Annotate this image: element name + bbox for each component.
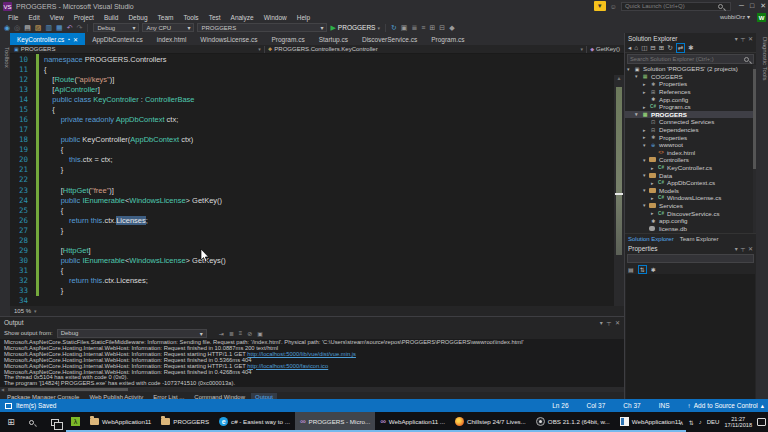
taskbar-search-button[interactable] bbox=[22, 412, 44, 432]
feedback-icon[interactable]: ▼ bbox=[594, 1, 606, 11]
taskbar-app-webapplication11[interactable]: WebApplication11 bbox=[85, 412, 156, 432]
taskbar-clock[interactable]: 21:2717/11/2018 bbox=[724, 416, 752, 428]
scrollbar-thumb[interactable] bbox=[616, 87, 622, 255]
collapse-all-icon[interactable]: ⊟ bbox=[650, 44, 655, 52]
menu-debug[interactable]: Debug bbox=[123, 14, 152, 21]
go-to-previous-message-icon[interactable]: ≡ bbox=[239, 330, 243, 337]
close-icon[interactable]: ✕ bbox=[73, 36, 78, 43]
tree-item-properties[interactable]: ▸Properties bbox=[625, 133, 756, 141]
taskbar-app-proggers-micro[interactable]: ∞PROGGERS - Micro... bbox=[295, 412, 375, 432]
tab-appdbcontext-cs[interactable]: AppDbContext.cs bbox=[85, 33, 150, 45]
chevron-down-icon[interactable]: ▾ bbox=[581, 46, 584, 52]
maximize-button[interactable]: □ bbox=[750, 2, 754, 10]
start-button[interactable]: ⊞ bbox=[0, 412, 22, 432]
navigate-back-icon[interactable]: ◉ bbox=[4, 24, 10, 32]
tree-item-windowslicense-cs[interactable]: ▸WindowsLicense.cs bbox=[625, 194, 756, 202]
build-icon[interactable]: ▣ bbox=[401, 24, 408, 32]
tree-item-references[interactable]: ▸References bbox=[625, 88, 756, 96]
tab-program-cs[interactable]: Program.cs bbox=[264, 33, 311, 45]
save-icon[interactable]: ▥ bbox=[45, 24, 52, 32]
scrollbar-thumb[interactable] bbox=[8, 388, 128, 391]
breadcrumb-type[interactable]: ❖ PROGGERS.Controllers.KeyController bbox=[268, 46, 378, 52]
tree-item-license-db[interactable]: license.db bbox=[625, 224, 756, 232]
output-link[interactable]: http://localhost:5000/favicon.ico bbox=[247, 363, 328, 369]
back-icon[interactable]: ◂ bbox=[628, 44, 631, 52]
undo-icon[interactable]: ↶ bbox=[67, 24, 73, 32]
menu-window[interactable]: Window bbox=[259, 14, 292, 21]
word-wrap-icon[interactable]: ▣ bbox=[257, 330, 263, 337]
property-pages-icon[interactable]: ✱ bbox=[651, 266, 656, 273]
action-center-icon[interactable] bbox=[757, 418, 766, 426]
search-input[interactable] bbox=[628, 56, 744, 62]
startup-project-select[interactable]: PROGGERS▾ bbox=[197, 23, 327, 32]
solution-platform-select[interactable]: Any CPU▾ bbox=[142, 23, 194, 32]
menu-help[interactable]: Help bbox=[292, 14, 315, 21]
go-to-next-message-icon[interactable]: ≣ bbox=[229, 330, 234, 337]
save-all-icon[interactable]: ▦ bbox=[56, 24, 63, 32]
taskbar-app-webapplication11[interactable]: WebApplication11 bbox=[615, 412, 686, 432]
scroll-up-icon[interactable]: ▲ bbox=[614, 75, 624, 81]
tab-discoverservice-cs[interactable]: DiscoverService.cs bbox=[355, 33, 424, 45]
alphabetical-icon[interactable]: ⇅ bbox=[638, 265, 647, 274]
keyboard-language[interactable]: DEU bbox=[707, 419, 720, 425]
add-to-source-control-button[interactable]: ↑ Add to Source Control ▴ bbox=[688, 402, 764, 410]
sync-with-active-document-icon[interactable]: ⇄ bbox=[676, 43, 685, 53]
bookmark-icon[interactable]: ◆ bbox=[449, 24, 454, 32]
tree-item-app-config[interactable]: app.config bbox=[625, 217, 756, 225]
tree-item-controllers[interactable]: ▾Controllers bbox=[625, 156, 756, 164]
minimize-button[interactable]: ─ bbox=[739, 2, 744, 10]
volume-icon[interactable]: ♪ bbox=[699, 419, 702, 425]
menu-team[interactable]: Team bbox=[153, 14, 179, 21]
close-icon[interactable]: ✕ bbox=[615, 319, 620, 326]
tree-item-wwwroot[interactable]: ▾wwwroot bbox=[625, 141, 756, 149]
restart-icon[interactable]: ↻ bbox=[391, 24, 397, 32]
output-horizontal-scrollbar[interactable]: ◀ bbox=[0, 387, 624, 392]
indent-icon[interactable]: ⊞ bbox=[429, 24, 435, 32]
new-file-icon[interactable]: ▤ bbox=[24, 24, 31, 32]
close-icon[interactable]: ✕ bbox=[748, 35, 753, 42]
tab-startup-cs[interactable]: Startup.cs bbox=[312, 33, 355, 45]
code-editor[interactable]: 10namespace PROGGERS.Controllers11{12 [R… bbox=[10, 54, 624, 306]
home-icon[interactable]: ⌂ bbox=[634, 44, 638, 51]
find-message-icon[interactable]: ⇥ bbox=[219, 330, 224, 337]
taskbar-app-webapplication11[interactable]: ∞WebApplication11 ... bbox=[375, 412, 450, 432]
tree-item-program-cs[interactable]: ▸Program.cs bbox=[625, 103, 756, 111]
tree-item-proggers[interactable]: ▾PROGGERS bbox=[625, 111, 756, 119]
signed-in-user[interactable]: wubbiOrz ▾ bbox=[720, 13, 750, 20]
menu-edit[interactable]: Edit bbox=[23, 14, 44, 21]
menu-analyze[interactable]: Analyze bbox=[226, 14, 259, 21]
pin-icon[interactable]: ┬ bbox=[607, 319, 611, 326]
switch-views-icon[interactable]: ◫ bbox=[641, 44, 647, 52]
output-console[interactable]: Microsoft.AspNetCore.StaticFiles.StaticF… bbox=[0, 339, 624, 387]
menu-project[interactable]: Project bbox=[69, 14, 99, 21]
pin-icon[interactable]: ┬ bbox=[741, 35, 745, 42]
diagnostic-tools-tab[interactable]: Diagnostic Tools bbox=[756, 33, 768, 399]
tree-item-appdbcontext-cs[interactable]: ▸AppDbContext.cs bbox=[625, 179, 756, 187]
tree-item-discoverservice-cs[interactable]: ▸DiscoverService.cs bbox=[625, 209, 756, 217]
user-avatar[interactable]: W bbox=[757, 13, 766, 22]
chevron-down-icon[interactable]: ▾ bbox=[34, 308, 37, 314]
tree-item-models[interactable]: ▾Models bbox=[625, 187, 756, 195]
tree-item-dependencies[interactable]: ▸Dependencies bbox=[625, 126, 756, 134]
close-icon[interactable]: ✕ bbox=[748, 245, 753, 252]
uncomment-icon[interactable]: ≡ bbox=[421, 24, 425, 32]
menu-file[interactable]: File bbox=[3, 14, 23, 21]
taskbar-app-obs-21-1-2-64bit-w[interactable]: OBS 21.1.2 (64bit, w... bbox=[531, 412, 615, 432]
start-debugging-button[interactable]: ▶ PROGGERS ▾ bbox=[330, 24, 379, 32]
toolbox-tab[interactable]: Toolbox bbox=[0, 33, 10, 316]
navigate-forward-icon[interactable]: ◎ bbox=[14, 24, 20, 32]
tree-item-index-html[interactable]: index.html bbox=[625, 149, 756, 157]
tree-item-properties[interactable]: ▸Properties bbox=[625, 80, 756, 88]
menu-build[interactable]: Build bbox=[99, 14, 123, 21]
taskbar-app-proggers[interactable]: PROGGERS bbox=[156, 412, 214, 432]
categorized-icon[interactable]: ▤ bbox=[628, 266, 634, 273]
tree-item-keycontroller-cs[interactable]: ▸KeyController.cs bbox=[625, 164, 756, 172]
send-feedback-smiley-icon[interactable]: ☺ bbox=[610, 3, 617, 10]
window-position-icon[interactable]: ▾ bbox=[735, 245, 738, 252]
menu-view[interactable]: View bbox=[45, 14, 69, 21]
output-source-select[interactable]: Debug▾ bbox=[57, 329, 207, 338]
comment-icon[interactable]: ≣ bbox=[411, 24, 417, 32]
window-position-icon[interactable]: ▾ bbox=[600, 319, 603, 326]
quick-launch-input[interactable]: Quick Launch (Ctrl+Q) bbox=[621, 2, 731, 11]
panel-tab-solution-explorer[interactable]: Solution Explorer bbox=[628, 236, 674, 242]
